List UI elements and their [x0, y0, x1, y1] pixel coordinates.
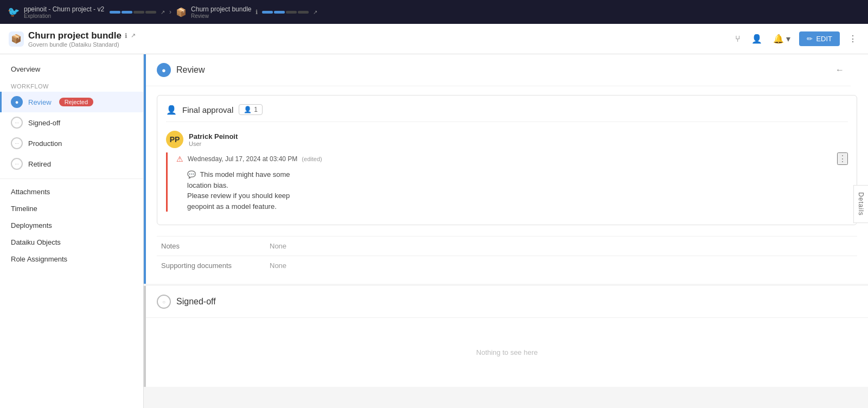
assignees-badge[interactable]: 👤 1: [239, 104, 263, 115]
sidebar-review-label: Review: [28, 98, 52, 106]
sidebar-item-overview[interactable]: Overview: [0, 61, 143, 78]
bundle-external-link-icon[interactable]: ↗: [313, 9, 317, 15]
assignees-icon: 👤: [244, 106, 252, 113]
title-ext-icon[interactable]: ↗: [131, 32, 136, 39]
sidebar-signed-off-label: Signed-off: [28, 119, 60, 127]
breadcrumb-bundle[interactable]: Churn project bundle Review: [191, 5, 251, 19]
signed-off-circle-icon: ···: [11, 117, 23, 129]
sidebar-retired-label: Retired: [28, 160, 51, 168]
user-avatar: PP: [166, 131, 183, 148]
review-section-header: ● Review: [146, 54, 851, 86]
sidebar-item-signed-off[interactable]: ··· Signed-off: [0, 112, 143, 133]
approval-person-icon: 👤: [166, 105, 177, 115]
more-options-button[interactable]: ⋮: [846, 31, 859, 46]
header-left: 📦 Churn project bundle ℹ ↗ Govern bundle…: [9, 30, 136, 48]
back-button[interactable]: ←: [833, 63, 846, 77]
title-info-icon[interactable]: ℹ: [125, 32, 127, 40]
progress-bar-bundle: [262, 11, 309, 14]
commenter-name: Patrick Peinoit: [189, 132, 238, 141]
breadcrumb-project-name: ppeinoit - Churn project - v2: [24, 5, 104, 13]
notes-value: None: [265, 237, 857, 256]
breadcrumb-bundle-icon: 📦: [176, 7, 187, 17]
breadcrumb-project-sub: Exploration: [24, 13, 104, 19]
approval-header: 👤 Final approval 👤 1: [166, 104, 848, 122]
page-title: Churn project bundle: [28, 30, 122, 41]
breadcrumb-bundle-name: Churn project bundle: [191, 5, 251, 13]
signed-off-section-header: ○ Signed-off: [146, 286, 868, 318]
header-actions: ⑂ 👤 🔔 ▾ ✏ EDIT ⋮: [733, 31, 859, 46]
final-approval-block: 👤 Final approval 👤 1 PP Patrick Peinoit: [157, 95, 857, 225]
notes-label: Notes: [157, 237, 265, 256]
workflow-section-label: Workflow: [0, 78, 143, 92]
assignees-count: 1: [254, 106, 258, 113]
notes-row: Notes None: [157, 237, 857, 256]
user-details: Patrick Peinoit User: [189, 132, 238, 147]
content-area: ← ● Review 👤 Final approval 👤 1: [144, 54, 868, 408]
share-button[interactable]: ⑂: [733, 32, 743, 46]
signed-off-section-card: ○ Signed-off Nothing to see here: [144, 286, 868, 387]
empty-message: Nothing to see here: [157, 327, 857, 378]
signed-off-section-icon: ○: [157, 295, 171, 309]
signed-off-section-title: Signed-off: [176, 297, 216, 307]
signed-off-section-body: Nothing to see here: [146, 318, 868, 387]
external-link-icon[interactable]: ↗: [161, 9, 165, 15]
sidebar-item-retired[interactable]: ··· Retired: [0, 154, 143, 174]
sidebar-item-production[interactable]: ··· Production: [0, 133, 143, 154]
sidebar-link-attachments[interactable]: Attachments: [0, 183, 143, 200]
breadcrumb-bar: 🐦 ppeinoit - Churn project - v2 Explorat…: [0, 0, 868, 24]
breadcrumb-chevron: ›: [169, 8, 171, 16]
comment-more-options-button[interactable]: ⋮: [837, 152, 848, 165]
comment-meta: ⚠ Wednesday, Jul 17, 2024 at 03:40 PM (e…: [176, 152, 848, 165]
sidebar-production-label: Production: [28, 139, 62, 148]
app-logo-icon: 🐦: [8, 6, 20, 18]
bundle-icon-symbol: 📦: [11, 34, 22, 44]
comment-date: Wednesday, Jul 17, 2024 at 03:40 PM: [188, 155, 297, 163]
edit-button[interactable]: ✏ EDIT: [799, 31, 840, 46]
comment-body: ⚠ Wednesday, Jul 17, 2024 at 03:40 PM (e…: [166, 152, 848, 212]
sidebar: Overview Workflow ● Review Rejected ··· …: [0, 54, 144, 408]
review-section-body: 👤 Final approval 👤 1 PP Patrick Peinoit: [146, 86, 868, 284]
header-title-group: Churn project bundle ℹ ↗ Govern bundle (…: [28, 30, 136, 48]
progress-bar-project: [110, 11, 156, 14]
edit-label: EDIT: [816, 35, 832, 43]
approval-metadata-table: Notes None Supporting documents None: [157, 236, 857, 275]
production-circle-icon: ···: [11, 137, 23, 149]
breadcrumb-project[interactable]: ppeinoit - Churn project - v2 Exploratio…: [24, 5, 104, 19]
retired-circle-icon: ···: [11, 158, 23, 170]
user-settings-button[interactable]: 👤: [749, 31, 764, 46]
approval-title: Final approval: [182, 105, 233, 114]
page-header: 📦 Churn project bundle ℹ ↗ Govern bundle…: [0, 24, 868, 54]
page-subtitle: Govern bundle (Dataiku Standard): [28, 41, 136, 48]
warning-triangle-icon: ⚠: [176, 155, 183, 163]
sidebar-link-timeline[interactable]: Timeline: [0, 200, 143, 217]
docs-row: Supporting documents None: [157, 256, 857, 276]
rejected-badge: Rejected: [59, 98, 93, 106]
comment-text: 💬 This model might have some location bi…: [187, 169, 848, 212]
edit-icon: ✏: [807, 35, 813, 43]
comment-bubble-icon: 💬: [187, 170, 196, 178]
breadcrumb-bundle-sub: Review: [191, 13, 251, 19]
docs-value: None: [265, 256, 857, 276]
sidebar-divider: [0, 178, 143, 179]
commenter-role: User: [189, 141, 238, 147]
comment-user-info: PP Patrick Peinoit User: [166, 131, 848, 148]
notifications-button[interactable]: 🔔 ▾: [771, 31, 793, 46]
bundle-info-icon[interactable]: ℹ: [256, 9, 258, 16]
sidebar-link-role-assignments[interactable]: Role Assignments: [0, 251, 143, 267]
sidebar-item-review[interactable]: ● Review Rejected: [0, 92, 143, 112]
review-section-card: ● Review 👤 Final approval 👤 1: [144, 54, 868, 284]
sidebar-link-deployments[interactable]: Deployments: [0, 217, 143, 234]
review-section-title: Review: [176, 65, 205, 75]
comment-container: PP Patrick Peinoit User ⚠ Wednesday, Jul…: [166, 131, 848, 212]
docs-label: Supporting documents: [157, 256, 265, 276]
review-section-icon: ●: [157, 63, 171, 77]
comment-edited-label: (edited): [302, 156, 322, 162]
main-layout: Overview Workflow ● Review Rejected ··· …: [0, 54, 868, 408]
review-circle-icon: ●: [11, 96, 23, 108]
bundle-icon: 📦: [9, 31, 24, 47]
sidebar-link-dataiku-objects[interactable]: Dataiku Objects: [0, 234, 143, 251]
details-tab[interactable]: Details: [853, 185, 868, 223]
